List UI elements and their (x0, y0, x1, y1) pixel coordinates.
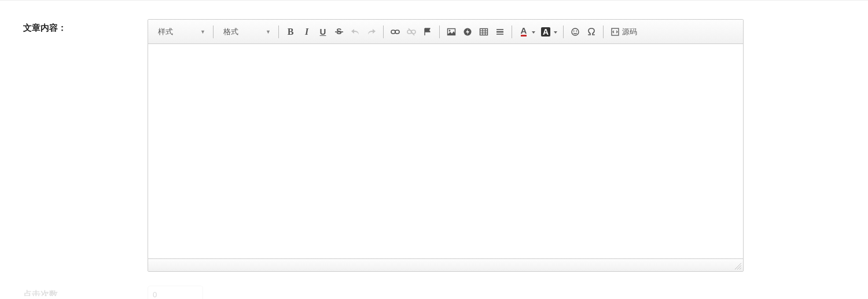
toolbar-separator (563, 25, 564, 38)
omega-icon (587, 27, 596, 37)
svg-rect-10 (480, 28, 488, 35)
bold-icon: B (288, 27, 294, 37)
flag-icon (423, 27, 432, 37)
undo-icon (351, 27, 360, 37)
strike-button[interactable]: S (331, 24, 347, 40)
italic-button[interactable]: I (299, 24, 315, 40)
anchor-button[interactable] (420, 24, 436, 40)
svg-point-8 (449, 30, 451, 31)
svg-line-23 (737, 265, 741, 269)
styles-combo-label: 样式 (158, 27, 173, 37)
flash-button[interactable] (459, 24, 476, 40)
styles-combo[interactable]: 样式 ▼ (152, 24, 209, 40)
toolbar-separator (603, 25, 604, 38)
unlink-button[interactable] (403, 24, 420, 40)
row-article-content: 文章内容： 样式 ▼ 格式 ▼ B (0, 19, 868, 272)
table-icon (479, 27, 488, 37)
source-label: 源码 (622, 27, 637, 37)
toolbar-separator (383, 25, 384, 38)
resize-icon (734, 262, 742, 270)
toolbar-separator (439, 25, 440, 38)
editor-content[interactable] (148, 44, 743, 258)
svg-rect-2 (391, 30, 395, 34)
chevron-down-icon: ▼ (200, 29, 205, 35)
bold-button[interactable]: B (282, 24, 299, 40)
row-second-field: 点击次数 (0, 272, 868, 299)
smiley-button[interactable] (567, 24, 583, 40)
special-char-button[interactable] (583, 24, 599, 40)
svg-line-6 (409, 28, 414, 35)
rich-text-editor: 样式 ▼ 格式 ▼ B I (148, 19, 744, 272)
toolbar-separator (213, 25, 214, 38)
svg-point-20 (576, 30, 577, 31)
undo-button[interactable] (347, 24, 363, 40)
second-field-input[interactable] (148, 286, 203, 299)
redo-icon (367, 27, 376, 37)
toolbar-separator (512, 25, 512, 38)
editor-footer (148, 258, 743, 271)
horizontal-rule-icon (495, 27, 505, 37)
format-combo-label: 格式 (223, 27, 238, 37)
form-page: 文章内容： 样式 ▼ 格式 ▼ B (0, 0, 868, 299)
text-color-icon: A (521, 27, 527, 37)
link-icon (391, 27, 400, 37)
bg-color-icon: A (541, 27, 550, 37)
toolbar-separator (278, 25, 279, 38)
redo-button[interactable] (363, 24, 380, 40)
resize-handle[interactable] (734, 262, 742, 270)
svg-point-18 (572, 28, 579, 35)
strikethrough-icon: S (334, 27, 344, 37)
label-second-field: 点击次数 (23, 286, 148, 296)
text-color-button[interactable]: A (516, 24, 538, 40)
label-article-content: 文章内容： (23, 19, 148, 34)
editor-toolbar: 样式 ▼ 格式 ▼ B I (148, 20, 743, 44)
image-icon (447, 27, 456, 37)
format-combo[interactable]: 格式 ▼ (217, 24, 275, 40)
underline-icon: U (320, 27, 326, 37)
source-button[interactable]: 源码 (607, 24, 641, 40)
svg-point-19 (573, 30, 575, 31)
smile-icon (571, 27, 580, 37)
image-button[interactable] (443, 24, 459, 40)
table-button[interactable] (476, 24, 492, 40)
chevron-down-icon: ▼ (266, 29, 271, 35)
editor-column: 样式 ▼ 格式 ▼ B I (148, 19, 744, 272)
flash-icon (463, 27, 472, 37)
unlink-icon (407, 27, 416, 37)
link-button[interactable] (387, 24, 403, 40)
svg-rect-3 (395, 30, 399, 34)
horizontal-rule-button[interactable] (492, 24, 508, 40)
italic-icon: I (305, 27, 308, 37)
source-icon (610, 27, 620, 37)
svg-line-24 (740, 268, 741, 269)
bg-color-button[interactable]: A (538, 24, 560, 40)
underline-button[interactable]: U (315, 24, 331, 40)
